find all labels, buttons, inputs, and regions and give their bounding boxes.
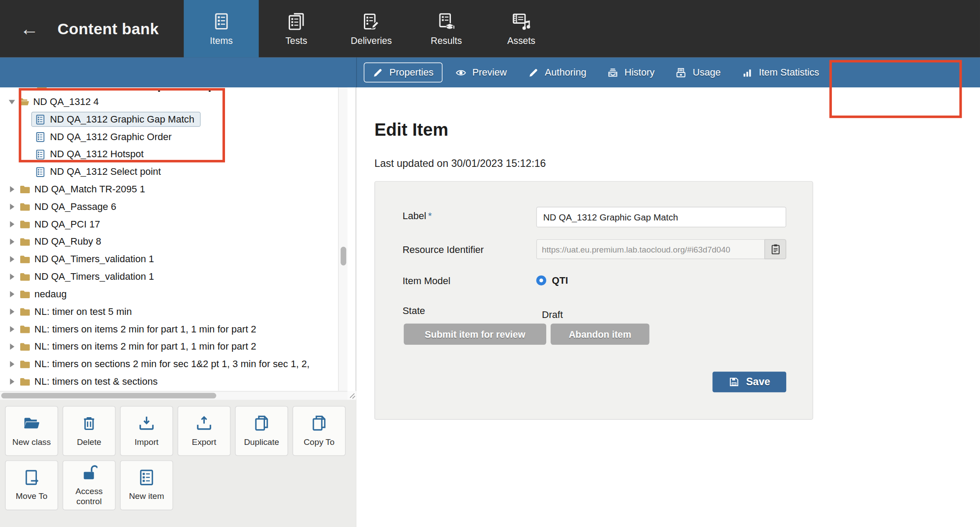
tree-folder[interactable]: ND QA_Match TR-2095 1 xyxy=(0,180,338,198)
state-value: Draft xyxy=(542,309,563,321)
caret-right-icon[interactable] xyxy=(10,204,15,210)
tree-folder[interactable]: NL: timers on items 2 min for part 1, 1 … xyxy=(0,321,338,338)
tree-folder[interactable]: ND QA_Passage 6 xyxy=(0,198,338,216)
class-tree-sidebar: ND QA_1312 4 ND QA_1312 Graphic Gap Matc… xyxy=(0,87,356,527)
tree-item[interactable]: ND QA_1312 Select point xyxy=(0,163,338,180)
copy-pages-icon xyxy=(311,415,327,432)
copy-to-button[interactable]: Copy To xyxy=(293,406,346,456)
folder-icon xyxy=(19,358,31,370)
access-control-button[interactable]: Access control xyxy=(62,460,116,510)
selected-item-box: ND QA_1312 Graphic Gap Match xyxy=(31,112,200,127)
caret-right-icon[interactable] xyxy=(10,274,15,280)
new-class-button[interactable]: New class xyxy=(5,406,58,456)
clipboard-icon xyxy=(769,244,781,255)
move-to-button[interactable]: Move To xyxy=(5,460,58,510)
caret-right-icon[interactable] xyxy=(10,186,15,192)
tab-history[interactable]: History xyxy=(599,63,663,82)
trash-icon xyxy=(80,415,97,432)
tree-folder[interactable]: ND QA_PCI 17 xyxy=(0,216,338,233)
caret-right-icon[interactable] xyxy=(10,291,15,297)
vertical-scrollbar-thumb[interactable] xyxy=(341,247,346,266)
tree-folder-label: ND QA_PCI 17 xyxy=(34,219,100,230)
action-label: Export xyxy=(192,437,217,447)
import-button[interactable]: Import xyxy=(120,406,173,456)
abandon-item-button[interactable]: Abandon item xyxy=(551,324,650,345)
last-updated-text: Last updated on 30/01/2023 15:12:16 xyxy=(374,157,546,169)
tab-authoring[interactable]: Authoring xyxy=(520,63,595,82)
usage-icon xyxy=(676,67,686,78)
item-icon xyxy=(35,166,46,177)
tree-folder[interactable]: ND QA_Ruby 8 xyxy=(0,233,338,250)
tree-folder-label: NL: timer on test 5 min xyxy=(34,306,132,318)
resource-identifier-group xyxy=(536,239,786,260)
qti-radio-button[interactable] xyxy=(536,275,546,285)
caret-down-icon[interactable] xyxy=(9,100,15,104)
tree-resize-handle[interactable] xyxy=(348,391,356,400)
resource-identifier-input[interactable] xyxy=(536,239,764,260)
caret-right-icon[interactable] xyxy=(10,361,15,367)
caret-right-icon[interactable] xyxy=(10,343,15,350)
duplicate-button[interactable]: Duplicate xyxy=(235,406,288,456)
action-label: New item xyxy=(129,492,164,502)
save-button[interactable]: Save xyxy=(712,372,786,392)
duplicate-pages-icon xyxy=(253,415,270,432)
nav-tab-assets[interactable]: Assets xyxy=(484,0,559,58)
nav-tab-deliveries[interactable]: Deliveries xyxy=(334,0,409,58)
folder-icon xyxy=(19,376,31,387)
tests-icon xyxy=(287,12,306,30)
caret-right-icon[interactable] xyxy=(10,309,15,315)
tree-folder-label: ND QA_Ruby 8 xyxy=(34,236,101,248)
app-window: ← Content bank Items Tests Deliveries Re… xyxy=(0,0,980,527)
tab-label: History xyxy=(624,67,655,78)
tree-item[interactable]: ND QA_1312 Graphic Order xyxy=(0,128,338,146)
tree-row-partial xyxy=(0,87,338,93)
tree-folder[interactable]: NL: timers on test & sections xyxy=(0,373,338,390)
tab-preview[interactable]: Preview xyxy=(447,63,515,82)
nav-tab-label: Tests xyxy=(285,35,307,45)
nav-tab-tests[interactable]: Tests xyxy=(259,0,334,58)
tree-folder[interactable]: NL: timers on items 2 min for part 1, 1 … xyxy=(0,338,338,355)
tree-folder[interactable]: NL: timer on test 5 min xyxy=(0,303,338,321)
folder-icon xyxy=(19,341,31,353)
export-icon xyxy=(196,415,212,432)
delete-button[interactable]: Delete xyxy=(62,406,116,456)
item-icon xyxy=(35,131,46,142)
nav-tab-items[interactable]: Items xyxy=(184,0,259,58)
horizontal-scrollbar-thumb[interactable] xyxy=(1,393,216,399)
tree-folder[interactable]: ND QA_Timers_validation 1 xyxy=(0,250,338,268)
tab-usage[interactable]: Usage xyxy=(668,63,729,82)
import-icon xyxy=(138,415,155,432)
folder-icon xyxy=(19,324,31,335)
nav-tab-results[interactable]: Results xyxy=(409,0,484,58)
caret-right-icon[interactable] xyxy=(10,256,15,262)
tree-folder-open[interactable]: ND QA_1312 4 xyxy=(0,93,338,111)
nav-tab-label: Assets xyxy=(507,35,535,45)
tree-action-panel: New class Delete Import Export Duplicate xyxy=(0,400,356,527)
resource-tree: ND QA_1312 4 ND QA_1312 Graphic Gap Matc… xyxy=(0,87,338,391)
pencil-icon xyxy=(528,67,538,78)
tab-item-statistics[interactable]: Item Statistics xyxy=(734,63,828,82)
tab-properties[interactable]: Properties xyxy=(364,62,443,83)
tree-folder[interactable]: ND QA_Timers_validation 1 xyxy=(0,268,338,285)
vertical-scrollbar[interactable] xyxy=(338,87,347,391)
horizontal-scrollbar[interactable] xyxy=(0,391,348,400)
tree-folder-label: ND QA_1312 4 xyxy=(33,96,99,108)
tree-folder[interactable]: nedaug xyxy=(0,285,338,303)
tree-item[interactable]: ND QA_1312 Hotspot xyxy=(0,145,338,163)
copy-identifier-button[interactable] xyxy=(764,239,786,260)
tree-folder-label: NL: timers on test & sections xyxy=(34,376,158,387)
tree-folder-label: nedaug xyxy=(34,289,67,300)
tree-folder[interactable]: NL: timers on sections 2 min for sec 1&2… xyxy=(0,355,338,373)
caret-right-icon[interactable] xyxy=(10,221,15,227)
new-item-button[interactable]: New item xyxy=(120,460,173,510)
caret-right-icon[interactable] xyxy=(10,379,15,385)
submit-item-for-review-button[interactable]: Submit item for review xyxy=(404,324,546,345)
caret-right-icon[interactable] xyxy=(10,238,15,245)
caret-right-icon[interactable] xyxy=(10,326,15,332)
move-page-icon xyxy=(23,469,40,486)
label-input[interactable] xyxy=(536,207,786,227)
tree-item-selected[interactable]: ND QA_1312 Graphic Gap Match xyxy=(0,111,338,128)
export-button[interactable]: Export xyxy=(178,406,231,456)
required-asterisk: * xyxy=(428,210,432,221)
back-button[interactable]: ← xyxy=(9,0,50,58)
